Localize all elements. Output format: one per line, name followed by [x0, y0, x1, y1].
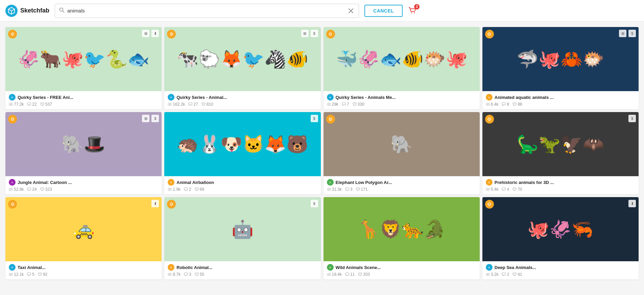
avatar: A: [486, 179, 493, 186]
search-input[interactable]: [67, 8, 347, 14]
header: Sketchfab CANCEL 2: [0, 0, 644, 22]
dollar-icon[interactable]: $: [311, 200, 318, 207]
svg-point-5: [411, 12, 412, 13]
model-card[interactable]: 🐘🎩 ⚙ ⊞$ A Jungle Animal: Cartoon ... 52.…: [5, 112, 162, 194]
gear-badge: ⚙: [167, 200, 176, 209]
gear-badge: ⚙: [485, 200, 494, 209]
avatar: A: [168, 264, 174, 271]
likes-stat: 171: [356, 187, 368, 192]
download-icon[interactable]: ⬇: [151, 200, 159, 207]
svg-point-6: [414, 12, 415, 13]
card-title-row: A Taxi Animal...: [9, 264, 158, 271]
card-stats: 29k 7 330: [327, 102, 476, 107]
model-card[interactable]: 🐄🐑🦊🐦🦓🐠 ⚙ ⊞$ A Quirky Series - Animal... …: [164, 27, 320, 109]
card-stats: 77.2k 22 537: [9, 102, 158, 107]
download-icon[interactable]: ⬇: [628, 200, 636, 207]
views-stat: 31.3k: [327, 187, 342, 192]
download-icon[interactable]: ⬇: [151, 30, 159, 37]
card-overlay-icons: ⊞$: [619, 30, 636, 37]
dollar-icon[interactable]: $: [311, 30, 318, 37]
cancel-button[interactable]: CANCEL: [364, 5, 403, 17]
model-card[interactable]: 🦑🐂🐙🐦🐍🐟 ⚙ ⊞⬇ A Quirky Series - FREE Ani..…: [5, 27, 162, 109]
card-title-row: A Deep Sea Animals...: [486, 264, 635, 271]
card-overlay-icons: $: [311, 115, 318, 122]
model-card[interactable]: 🐘 ⚙ A Elephant Low Polygon Ar... 31.3k 3: [324, 112, 480, 194]
card-title-row: A Jungle Animal: Cartoon ...: [9, 179, 158, 186]
comments-stat: 3: [184, 272, 191, 277]
card-thumbnail: 🦒🦁🐆🐊: [324, 197, 480, 261]
likes-stat: 203: [358, 272, 370, 277]
card-info: A Elephant Low Polygon Ar... 31.3k 3 171: [324, 176, 480, 194]
grid-icon[interactable]: ⊞: [301, 30, 309, 37]
search-clear-button[interactable]: [347, 8, 355, 13]
card-stats: 8.7k 3 55: [168, 272, 317, 277]
model-card[interactable]: 🦈🐙🦀🐡 ⚙ ⊞$ A Animated aquatic animals ...…: [482, 27, 639, 109]
svg-point-8: [10, 104, 11, 105]
model-card[interactable]: 🚕 ⚙ ⬇ A Taxi Animal... 12.1k 5: [5, 197, 162, 279]
grid-icon[interactable]: ⊞: [619, 30, 626, 37]
card-thumbnail: 🦕🦖🦅🦇 ⚙ $: [482, 112, 639, 176]
card-title: Quirky Series - FREE Ani...: [18, 95, 73, 100]
comments-stat: 7: [342, 102, 349, 107]
logo-text: Sketchfab: [20, 7, 49, 14]
model-card[interactable]: 🦔🐰🐶🐱🦊🐻 $ A Animal Airballoon 1.9k 2: [164, 112, 320, 194]
card-stats: 5.4k 4 70: [486, 187, 635, 192]
search-icon: [59, 7, 65, 14]
svg-point-26: [328, 189, 329, 190]
card-info: A Quirky Series - FREE Ani... 77.2k 22 5…: [5, 91, 162, 109]
views-stat: 29k: [327, 102, 338, 107]
card-info: A Wild Animals Scene... 19.4k 11 203: [324, 261, 480, 279]
card-title-row: A Animated aquatic animals ...: [486, 94, 635, 101]
svg-rect-33: [27, 273, 31, 275]
card-info: A Robotic Animal... 8.7k 3 55: [164, 261, 320, 279]
card-info: A Animated aquatic animals ... 6.4k 8 88: [482, 91, 639, 109]
svg-point-23: [169, 189, 170, 190]
card-overlay-icons: ⬇: [151, 200, 159, 207]
card-thumbnail: 🦑🐂🐙🐦🐍🐟 ⚙ ⊞⬇: [5, 27, 162, 91]
card-title-row: A Robotic Animal...: [168, 264, 317, 271]
dollar-icon[interactable]: $: [628, 30, 636, 37]
likes-stat: 537: [40, 102, 52, 107]
avatar: A: [168, 94, 174, 101]
views-stat: 19.4k: [327, 272, 342, 277]
svg-point-32: [10, 274, 11, 275]
grid-icon[interactable]: ⊞: [142, 115, 149, 122]
svg-rect-21: [27, 188, 31, 190]
card-title: Quirky Series - Animal...: [176, 95, 227, 100]
views-stat: 52.8k: [9, 187, 24, 192]
card-stats: 3.2k 2 41: [486, 272, 635, 277]
gear-badge: ⚙: [326, 30, 335, 38]
gear-badge: ⚙: [485, 115, 494, 124]
comments-stat: 2: [184, 187, 191, 192]
avatar: A: [168, 179, 174, 186]
comments-stat: 5: [27, 272, 34, 277]
model-card[interactable]: 🦕🦖🦅🦇 ⚙ $ A Prehistoric animals for 3D ..…: [482, 112, 639, 194]
cart-button[interactable]: 2: [408, 6, 418, 16]
dollar-icon[interactable]: $: [151, 115, 159, 122]
views-stat: 1.9k: [168, 187, 181, 192]
dollar-icon[interactable]: $: [628, 115, 636, 122]
card-thumbnail: 🐘🎩 ⚙ ⊞$: [5, 112, 162, 176]
avatar: A: [9, 179, 16, 186]
card-title: Elephant Low Polygon Ar...: [336, 180, 392, 185]
card-thumbnail: 🚕 ⚙ ⬇: [5, 197, 162, 261]
dollar-icon[interactable]: $: [311, 115, 318, 122]
card-title-row: A Prehistoric animals for 3D ...: [486, 179, 635, 186]
model-card[interactable]: 🐙🦑🦐 ⚙ ⬇ A Deep Sea Animals... 3.2k 2: [482, 197, 639, 279]
grid-icon[interactable]: ⊞: [142, 30, 149, 37]
svg-point-35: [169, 274, 170, 275]
likes-stat: 810: [201, 102, 213, 107]
likes-stat: 88: [512, 102, 522, 107]
card-thumbnail: 🐙🦑🦐 ⚙ ⬇: [482, 197, 639, 261]
card-info: A Jungle Animal: Cartoon ... 52.8k 24 32…: [5, 176, 162, 194]
card-title: Taxi Animal...: [18, 265, 45, 270]
likes-stat: 92: [38, 272, 47, 277]
gear-badge: ⚙: [8, 115, 17, 124]
card-stats: 12.1k 5 92: [9, 272, 158, 277]
logo-link[interactable]: Sketchfab: [5, 5, 49, 17]
model-card[interactable]: 🤖 ⚙ $ A Robotic Animal... 8.7k 3: [164, 197, 320, 279]
model-card[interactable]: 🐳🦑🐟🐠🐡🐙 ⚙ A Quirky Series - Animals Me...…: [324, 27, 480, 109]
svg-rect-30: [502, 188, 505, 190]
model-card[interactable]: 🦒🦁🐆🐊 A Wild Animals Scene... 19.4k 11: [324, 197, 480, 279]
card-thumbnail: 🦈🐙🦀🐡 ⚙ ⊞$: [482, 27, 639, 91]
